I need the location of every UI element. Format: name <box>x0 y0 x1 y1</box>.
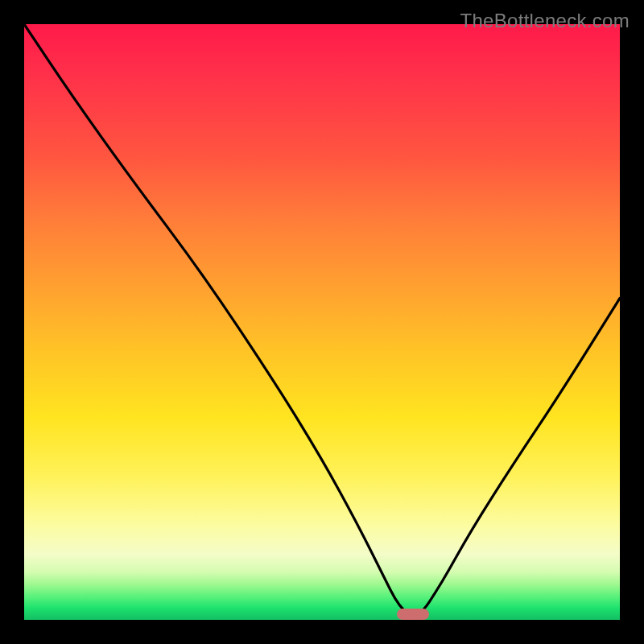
optimal-marker <box>397 609 430 620</box>
watermark-text: TheBottleneck.com <box>460 10 630 32</box>
chart-frame: TheBottleneck.com <box>0 0 644 644</box>
bottleneck-curve-path <box>24 24 620 615</box>
curve-svg <box>24 24 620 620</box>
plot-area <box>24 24 620 620</box>
